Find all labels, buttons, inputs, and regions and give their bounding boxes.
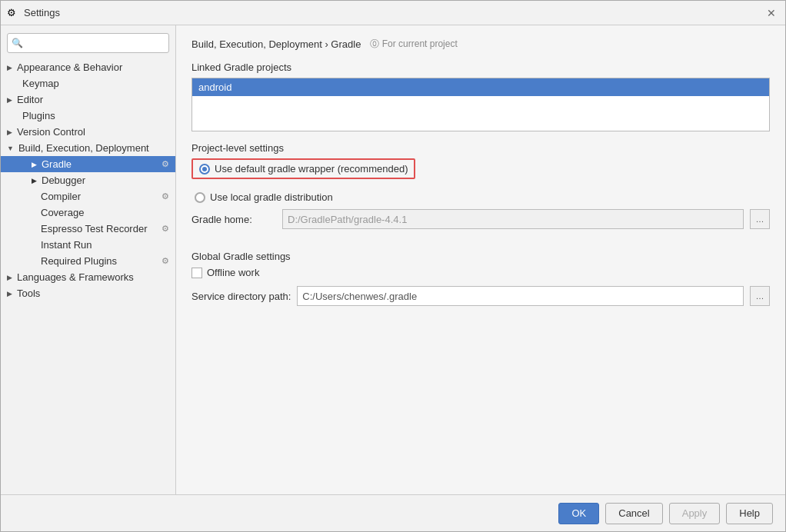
gradle-home-row: Gradle home: … <box>192 209 770 229</box>
offline-work-checkbox[interactable] <box>192 268 202 278</box>
cancel-button[interactable]: Cancel <box>605 503 662 524</box>
settings-icon: ⚙ <box>162 191 169 201</box>
sidebar-item-label: Build, Execution, Deployment <box>18 142 149 154</box>
sidebar-item-keymap[interactable]: Keymap <box>1 75 175 91</box>
sidebar-item-editor[interactable]: ▶ Editor <box>1 91 175 108</box>
sidebar-item-espresso[interactable]: Espresso Test Recorder ⚙ <box>1 221 175 237</box>
settings-icon: ⚙ <box>162 256 169 266</box>
settings-dialog: ⚙ Settings ✕ 🔍 ▶ Appearance & Behavior K… <box>0 0 786 532</box>
title-bar: ⚙ Settings ✕ <box>1 1 785 25</box>
gradle-home-browse-button[interactable]: … <box>750 209 770 229</box>
radio-option-local[interactable]: Use local gradle distribution <box>195 191 770 203</box>
search-icon: 🔍 <box>12 38 23 48</box>
arrow-icon: ▶ <box>7 274 12 281</box>
arrow-icon: ▶ <box>7 96 12 104</box>
sidebar-item-label: Version Control <box>17 126 85 138</box>
sidebar-item-gradle[interactable]: ▶ Gradle ⚙ <box>1 156 175 172</box>
radio-local-circle <box>195 192 205 203</box>
settings-icon: ⚙ <box>162 224 169 234</box>
arrow-icon: ▼ <box>7 145 14 152</box>
arrow-icon: ▶ <box>7 64 12 71</box>
service-directory-row: Service directory path: … <box>192 286 770 306</box>
title-bar-left: ⚙ Settings <box>7 7 60 19</box>
linked-projects-list: android <box>192 78 770 131</box>
sidebar-item-plugins[interactable]: Plugins <box>1 108 175 124</box>
sidebar-item-compiler[interactable]: Compiler ⚙ <box>1 188 175 204</box>
breadcrumb-path: Build, Execution, Deployment › Gradle <box>192 38 361 50</box>
settings-icon: ⚙ <box>162 159 169 169</box>
help-button[interactable]: Help <box>726 503 773 524</box>
radio-option-default-wrapper[interactable]: Use default gradle wrapper (recommended) <box>192 158 415 179</box>
sidebar-item-appearance[interactable]: ▶ Appearance & Behavior <box>1 59 175 75</box>
sidebar-item-coverage[interactable]: Coverage <box>1 204 175 221</box>
service-directory-browse-button[interactable]: … <box>750 286 770 306</box>
sidebar-item-label: Plugins <box>22 110 55 121</box>
sidebar-item-instant-run[interactable]: Instant Run <box>1 237 175 253</box>
radio-local-label: Use local gradle distribution <box>210 191 333 203</box>
sidebar-item-label: Gradle <box>42 158 72 170</box>
arrow-icon: ▶ <box>32 161 37 168</box>
service-directory-input[interactable] <box>297 286 744 306</box>
settings-icon: ⚙ <box>7 7 19 19</box>
main-content: 🔍 ▶ Appearance & Behavior Keymap ▶ Edito… <box>1 25 785 494</box>
offline-work-label: Offline work <box>207 267 259 278</box>
sidebar-item-label: Languages & Frameworks <box>17 271 134 283</box>
linked-projects-label: Linked Gradle projects <box>192 62 770 73</box>
radio-default-circle <box>199 164 210 175</box>
global-section: Global Gradle settings Offline work Serv… <box>192 251 770 315</box>
arrow-icon: ▶ <box>32 177 37 185</box>
footer: OK Cancel Apply Help <box>1 494 785 531</box>
sidebar-item-debugger[interactable]: ▶ Debugger <box>1 172 175 188</box>
sidebar-item-version-control[interactable]: ▶ Version Control <box>1 124 175 140</box>
radio-default-label: Use default gradle wrapper (recommended) <box>215 163 408 175</box>
sidebar-item-build[interactable]: ▼ Build, Execution, Deployment <box>1 140 175 156</box>
list-item[interactable]: android <box>192 78 769 96</box>
gradle-home-label: Gradle home: <box>192 214 276 225</box>
sidebar: 🔍 ▶ Appearance & Behavior Keymap ▶ Edito… <box>1 25 176 494</box>
sidebar-item-tools[interactable]: ▶ Tools <box>1 285 175 301</box>
sidebar-item-label: Appearance & Behavior <box>17 62 122 73</box>
radio-option-1-container: Use default gradle wrapper (recommended) <box>192 158 770 185</box>
service-directory-label: Service directory path: <box>192 291 291 302</box>
right-panel: Build, Execution, Deployment › Gradle ⓪ … <box>176 25 785 494</box>
sidebar-item-label: Required Plugins <box>41 255 117 267</box>
sidebar-item-label: Tools <box>17 288 40 299</box>
sidebar-item-label: Debugger <box>42 175 85 186</box>
sidebar-item-languages[interactable]: ▶ Languages & Frameworks <box>1 269 175 285</box>
search-input[interactable] <box>7 33 169 53</box>
ok-button[interactable]: OK <box>558 503 599 524</box>
sidebar-item-label: Espresso Test Recorder <box>41 223 148 234</box>
window-title: Settings <box>24 7 60 18</box>
sidebar-item-label: Coverage <box>41 207 84 218</box>
arrow-icon: ▶ <box>7 128 12 136</box>
project-level-label: Project-level settings <box>192 142 770 154</box>
sidebar-item-required-plugins[interactable]: Required Plugins ⚙ <box>1 253 175 269</box>
arrow-icon: ▶ <box>7 290 12 298</box>
offline-work-row: Offline work <box>192 267 770 278</box>
search-box: 🔍 <box>7 33 169 53</box>
sidebar-item-label: Editor <box>17 94 43 105</box>
sidebar-item-label: Keymap <box>22 78 59 89</box>
gradle-home-input[interactable] <box>282 209 744 229</box>
close-button[interactable]: ✕ <box>764 5 779 21</box>
sidebar-item-label: Instant Run <box>41 239 92 251</box>
project-level-section: Project-level settings Use default gradl… <box>192 142 770 238</box>
global-settings-label: Global Gradle settings <box>192 251 770 262</box>
for-current-project: ⓪ For current project <box>370 38 457 51</box>
sidebar-item-label: Compiler <box>41 191 81 202</box>
apply-button[interactable]: Apply <box>669 503 721 524</box>
breadcrumb: Build, Execution, Deployment › Gradle ⓪ … <box>192 38 770 51</box>
